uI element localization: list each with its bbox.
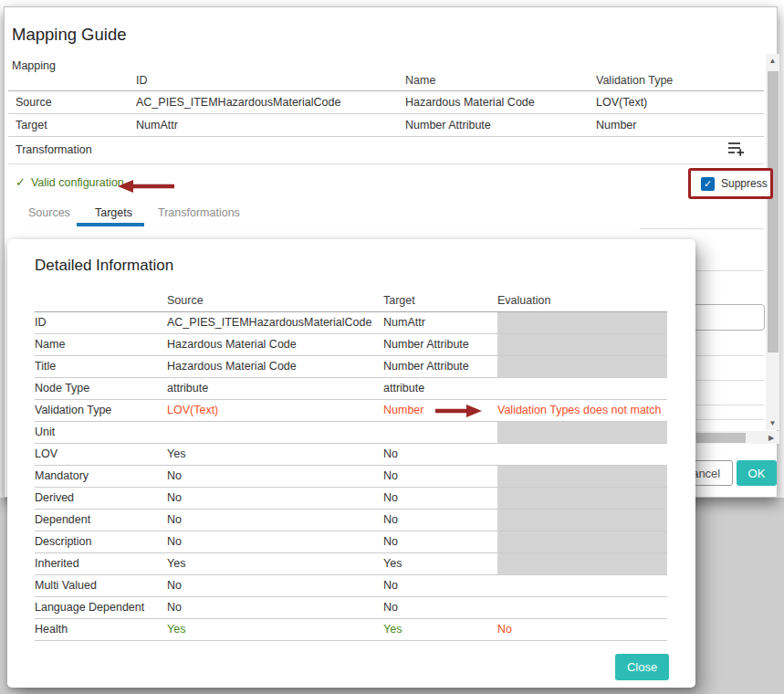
table-row: Validation Type LOV(Text) Number Validat… (35, 399, 667, 421)
row-label: Description (35, 531, 167, 552)
mapping-table: ID Name Validation Type Source AC_PIES_I… (8, 72, 764, 164)
mapping-table-header: ID Name Validation Type (8, 72, 764, 90)
row-target-value: No (383, 509, 497, 531)
detail-table: Source Target Evaluation ID AC_PIES_ITEM… (35, 289, 667, 641)
vertical-scrollbar-thumb[interactable] (768, 71, 779, 352)
ok-button[interactable]: OK (737, 460, 777, 486)
header-validation-type: Validation Type (596, 72, 764, 90)
row-label: Node Type (35, 377, 167, 399)
dialog-title: Mapping Guide (12, 25, 126, 45)
target-row: Target NumAttr Number Attribute Number (8, 113, 764, 136)
active-tab-underline (77, 223, 144, 226)
row-target-value: Number Attribute (383, 355, 497, 377)
detail-table-body: ID AC_PIES_ITEMHazardousMaterialCode Num… (35, 311, 667, 640)
row-label: Multi Valued (35, 574, 167, 596)
scroll-up-icon[interactable]: ▲ (766, 54, 779, 68)
row-source-value (167, 421, 383, 443)
row-label: Health (35, 618, 167, 640)
row-source-value: Yes (167, 618, 383, 640)
row-source-value: Hazardous Material Code (167, 333, 383, 355)
target-row-label: Target (8, 113, 136, 136)
scroll-right-icon[interactable]: ▶ (765, 431, 778, 444)
close-button[interactable]: Close (615, 654, 669, 680)
source-name: Hazardous Material Code (405, 90, 596, 113)
transformation-row: Transformation (8, 136, 764, 163)
table-row: Language Dependent No No (35, 596, 667, 618)
detail-table-header: Source Target Evaluation (35, 289, 667, 311)
row-source-value: Hazardous Material Code (167, 355, 383, 377)
table-row: Mandatory No No (35, 465, 667, 487)
horizontal-scrollbar-thumb[interactable] (696, 433, 746, 443)
annotation-arrow-left-icon (118, 180, 174, 196)
table-row: Health Yes Yes No (35, 618, 667, 640)
header-source: Source (167, 289, 383, 311)
row-target-value: No (383, 531, 497, 552)
row-target-value: Yes (383, 618, 497, 640)
row-evaluation-value (497, 443, 667, 465)
valid-configuration-status: ✓ Valid configuration (16, 175, 124, 189)
row-target-value: No (383, 465, 497, 487)
header-name: Name (405, 72, 596, 90)
row-target-value: NumAttr (383, 311, 497, 333)
source-id: AC_PIES_ITEMHazardousMaterialCode (136, 90, 405, 113)
vertical-scrollbar[interactable]: ▲ ▼ (766, 54, 779, 430)
header-blank (35, 289, 167, 311)
row-label: Derived (35, 487, 167, 509)
modal-title: Detailed Information (35, 257, 173, 275)
suppress-annotation-box: ✓ Suppress (688, 168, 773, 199)
table-row: ID AC_PIES_ITEMHazardousMaterialCode Num… (35, 311, 667, 333)
row-target-value: No (383, 487, 497, 509)
form-input-field[interactable] (685, 304, 765, 331)
row-evaluation-value (497, 377, 667, 399)
suppress-label: Suppress (721, 177, 768, 190)
row-target-value: No (383, 574, 497, 596)
table-row: Name Hazardous Material Code Number Attr… (35, 333, 667, 355)
row-target-value: Yes (383, 552, 497, 574)
row-target-value (383, 421, 497, 443)
row-source-value: No (167, 531, 383, 552)
row-target-value: attribute (383, 377, 497, 399)
table-row: Dependent No No (35, 509, 667, 531)
row-evaluation-value (497, 487, 667, 509)
row-evaluation-value (497, 355, 667, 377)
target-validation-type: Number (596, 113, 764, 136)
header-evaluation: Evaluation (497, 289, 667, 311)
row-evaluation-value (497, 531, 667, 552)
suppress-checkbox[interactable]: ✓ (701, 177, 715, 191)
row-source-value: Yes (167, 443, 383, 465)
row-source-value: LOV(Text) (167, 399, 383, 421)
table-row: Derived No No (35, 487, 667, 509)
annotation-arrow-right-icon (435, 405, 482, 421)
row-source-value: AC_PIES_ITEMHazardousMaterialCode (167, 311, 383, 333)
row-source-value: No (167, 487, 383, 509)
tab-sources[interactable]: Sources (28, 206, 70, 219)
mapping-section-label: Mapping (12, 59, 56, 72)
row-evaluation-value (497, 574, 667, 596)
row-source-value: No (167, 596, 383, 618)
target-name: Number Attribute (405, 113, 596, 136)
table-row: Node Type attribute attribute (35, 377, 667, 399)
row-label: Mandatory (35, 465, 167, 487)
row-label: Validation Type (35, 399, 167, 421)
row-target-value: No (383, 443, 497, 465)
row-source-value: No (167, 465, 383, 487)
scroll-down-icon[interactable]: ▼ (766, 416, 779, 430)
table-row: Title Hazardous Material Code Number Att… (35, 355, 667, 377)
add-transformation-icon[interactable] (727, 141, 745, 159)
tab-targets[interactable]: Targets (95, 206, 132, 219)
table-row: LOV Yes No (35, 443, 667, 465)
header-target: Target (383, 289, 497, 311)
screen: Mapping Guide Mapping ID Name Validation… (0, 0, 784, 694)
row-source-value: No (167, 509, 383, 531)
row-label: Title (35, 355, 167, 377)
row-evaluation-value (497, 596, 667, 618)
header-id: ID (136, 72, 405, 90)
tab-transformations[interactable]: Transformations (158, 206, 240, 219)
row-label: ID (35, 311, 167, 333)
row-evaluation-value (497, 509, 667, 531)
source-validation-type: LOV(Text) (596, 90, 764, 113)
table-row: Inherited Yes Yes (35, 552, 667, 574)
source-row: Source AC_PIES_ITEMHazardousMaterialCode… (8, 90, 764, 113)
row-source-value: attribute (167, 377, 383, 399)
transformation-label: Transformation (8, 136, 136, 163)
